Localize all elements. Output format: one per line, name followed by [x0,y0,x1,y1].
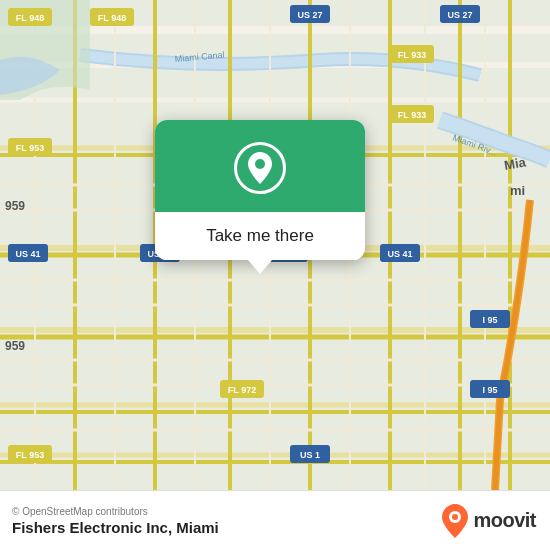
moovit-logo: moovit [441,504,536,538]
svg-text:FL 948: FL 948 [16,13,44,23]
moovit-brand-text: moovit [473,509,536,532]
svg-text:FL 953: FL 953 [16,450,44,460]
svg-text:I 95: I 95 [482,385,497,395]
svg-text:I 95: I 95 [482,315,497,325]
svg-text:US 41: US 41 [387,249,412,259]
svg-text:959: 959 [5,339,25,353]
svg-text:FL 933: FL 933 [398,110,426,120]
svg-point-73 [255,159,265,169]
svg-text:FL 972: FL 972 [228,385,256,395]
svg-text:FL 933: FL 933 [398,50,426,60]
moovit-pin-icon [441,504,469,538]
location-pin-icon [246,152,274,184]
location-icon-circle [234,142,286,194]
svg-text:FL 953: FL 953 [16,143,44,153]
location-popup: Take me there [155,120,365,260]
map-view[interactable]: FL 948 US 27 US 27 FL 948 FL 933 FL 933 … [0,0,550,490]
popup-triangle [248,260,272,274]
svg-text:US 27: US 27 [447,10,472,20]
svg-point-75 [452,514,458,520]
svg-text:US 41: US 41 [15,249,40,259]
svg-text:US 27: US 27 [297,10,322,20]
svg-text:US 1: US 1 [300,450,320,460]
svg-text:FL 948: FL 948 [98,13,126,23]
svg-text:mi: mi [510,183,525,198]
bottom-bar: © OpenStreetMap contributors Fishers Ele… [0,490,550,550]
svg-text:959: 959 [5,199,25,213]
popup-header [155,120,365,212]
take-me-there-button[interactable]: Take me there [155,212,365,260]
